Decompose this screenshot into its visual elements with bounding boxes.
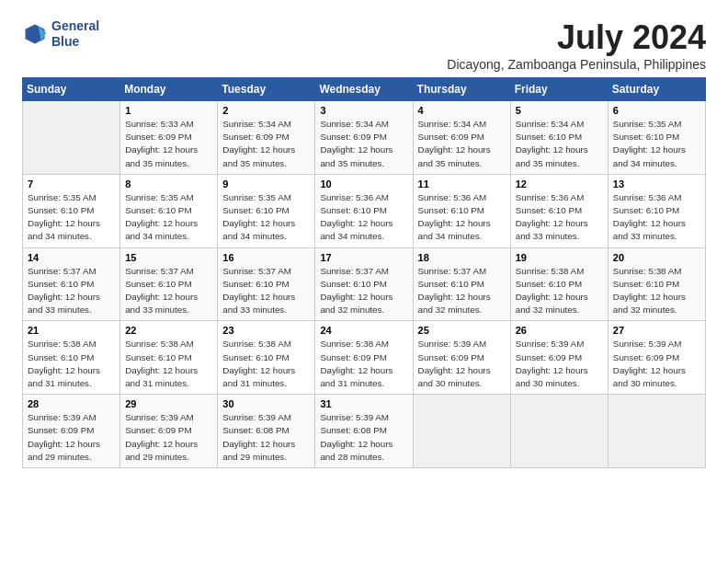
calendar-cell: 31Sunrise: 5:39 AMSunset: 6:08 PMDayligh… <box>315 395 413 468</box>
day-info: Sunrise: 5:39 AMSunset: 6:09 PMDaylight:… <box>516 338 603 390</box>
day-number: 19 <box>516 252 603 263</box>
logo-icon <box>22 21 48 47</box>
day-number: 28 <box>28 398 115 409</box>
header: General Blue July 2024 Dicayong, Zamboan… <box>22 18 706 72</box>
logo: General Blue <box>22 18 99 50</box>
day-number: 7 <box>28 178 115 190</box>
day-info: Sunrise: 5:35 AMSunset: 6:10 PMDaylight:… <box>613 118 700 170</box>
weekday-header: Saturday <box>608 78 705 101</box>
calendar-cell: 6Sunrise: 5:35 AMSunset: 6:10 PMDaylight… <box>608 101 705 175</box>
day-number: 11 <box>418 178 506 190</box>
day-info: Sunrise: 5:37 AMSunset: 6:10 PMDaylight:… <box>222 265 310 317</box>
calendar-cell: 8Sunrise: 5:35 AMSunset: 6:10 PMDaylight… <box>120 174 218 247</box>
month-year: July 2024 <box>447 18 706 57</box>
day-number: 22 <box>125 325 212 336</box>
day-number: 15 <box>125 252 212 263</box>
calendar-cell: 14Sunrise: 5:37 AMSunset: 6:10 PMDayligh… <box>23 247 120 321</box>
calendar-cell: 28Sunrise: 5:39 AMSunset: 6:09 PMDayligh… <box>23 395 120 468</box>
day-info: Sunrise: 5:38 AMSunset: 6:10 PMDaylight:… <box>516 265 603 317</box>
day-number: 25 <box>418 325 506 336</box>
weekday-header: Tuesday <box>218 78 315 101</box>
day-number: 26 <box>516 325 603 336</box>
weekday-header-row: SundayMondayTuesdayWednesdayThursdayFrid… <box>23 78 706 101</box>
calendar-cell <box>23 101 120 175</box>
day-info: Sunrise: 5:36 AMSunset: 6:10 PMDaylight:… <box>516 191 603 244</box>
weekday-header: Wednesday <box>315 78 413 101</box>
calendar-cell: 16Sunrise: 5:37 AMSunset: 6:10 PMDayligh… <box>218 247 315 321</box>
calendar-cell: 24Sunrise: 5:38 AMSunset: 6:09 PMDayligh… <box>315 321 413 395</box>
calendar-row: 1Sunrise: 5:33 AMSunset: 6:09 PMDaylight… <box>23 101 706 175</box>
day-info: Sunrise: 5:34 AMSunset: 6:09 PMDaylight:… <box>320 118 407 170</box>
calendar-row: 7Sunrise: 5:35 AMSunset: 6:10 PMDaylight… <box>23 174 706 247</box>
calendar-cell: 19Sunrise: 5:38 AMSunset: 6:10 PMDayligh… <box>510 247 608 321</box>
day-number: 1 <box>125 105 212 116</box>
calendar-cell: 30Sunrise: 5:39 AMSunset: 6:08 PMDayligh… <box>218 395 315 468</box>
day-info: Sunrise: 5:39 AMSunset: 6:09 PMDaylight:… <box>418 338 506 390</box>
day-info: Sunrise: 5:39 AMSunset: 6:08 PMDaylight:… <box>320 411 407 464</box>
day-info: Sunrise: 5:35 AMSunset: 6:10 PMDaylight:… <box>125 191 212 244</box>
weekday-header: Sunday <box>23 78 120 101</box>
calendar-cell: 10Sunrise: 5:36 AMSunset: 6:10 PMDayligh… <box>315 174 413 247</box>
calendar-cell: 26Sunrise: 5:39 AMSunset: 6:09 PMDayligh… <box>510 321 608 395</box>
day-info: Sunrise: 5:35 AMSunset: 6:10 PMDaylight:… <box>28 191 115 244</box>
calendar-cell <box>510 395 608 468</box>
day-number: 3 <box>320 105 407 116</box>
calendar-cell: 9Sunrise: 5:35 AMSunset: 6:10 PMDaylight… <box>218 174 315 247</box>
day-info: Sunrise: 5:37 AMSunset: 6:10 PMDaylight:… <box>418 265 506 317</box>
day-number: 8 <box>125 178 212 190</box>
weekday-header: Monday <box>120 78 218 101</box>
day-number: 31 <box>320 398 407 409</box>
day-info: Sunrise: 5:34 AMSunset: 6:09 PMDaylight:… <box>222 118 310 170</box>
calendar-cell: 29Sunrise: 5:39 AMSunset: 6:09 PMDayligh… <box>120 395 218 468</box>
day-info: Sunrise: 5:37 AMSunset: 6:10 PMDaylight:… <box>28 265 115 317</box>
day-number: 23 <box>222 325 310 336</box>
calendar-cell: 15Sunrise: 5:37 AMSunset: 6:10 PMDayligh… <box>120 247 218 321</box>
weekday-header: Thursday <box>413 78 510 101</box>
day-info: Sunrise: 5:39 AMSunset: 6:09 PMDaylight:… <box>125 411 212 464</box>
calendar-cell: 5Sunrise: 5:34 AMSunset: 6:10 PMDaylight… <box>510 101 608 175</box>
day-number: 27 <box>613 325 700 336</box>
day-info: Sunrise: 5:39 AMSunset: 6:08 PMDaylight:… <box>222 411 310 464</box>
day-number: 10 <box>320 178 407 190</box>
calendar-row: 28Sunrise: 5:39 AMSunset: 6:09 PMDayligh… <box>23 395 706 468</box>
calendar-cell: 2Sunrise: 5:34 AMSunset: 6:09 PMDaylight… <box>218 101 315 175</box>
calendar-cell: 23Sunrise: 5:38 AMSunset: 6:10 PMDayligh… <box>218 321 315 395</box>
day-info: Sunrise: 5:36 AMSunset: 6:10 PMDaylight:… <box>320 191 407 244</box>
calendar-cell: 11Sunrise: 5:36 AMSunset: 6:10 PMDayligh… <box>413 174 510 247</box>
calendar-cell: 20Sunrise: 5:38 AMSunset: 6:10 PMDayligh… <box>608 247 705 321</box>
day-number: 4 <box>418 105 506 116</box>
day-number: 14 <box>28 252 115 263</box>
calendar-cell: 18Sunrise: 5:37 AMSunset: 6:10 PMDayligh… <box>413 247 510 321</box>
day-info: Sunrise: 5:37 AMSunset: 6:10 PMDaylight:… <box>125 265 212 317</box>
day-number: 12 <box>516 178 603 190</box>
calendar-cell: 21Sunrise: 5:38 AMSunset: 6:10 PMDayligh… <box>23 321 120 395</box>
day-number: 9 <box>222 178 310 190</box>
day-number: 24 <box>320 325 407 336</box>
day-info: Sunrise: 5:36 AMSunset: 6:10 PMDaylight:… <box>418 191 506 244</box>
calendar-cell: 4Sunrise: 5:34 AMSunset: 6:09 PMDaylight… <box>413 101 510 175</box>
day-number: 18 <box>418 252 506 263</box>
calendar-cell: 13Sunrise: 5:36 AMSunset: 6:10 PMDayligh… <box>608 174 705 247</box>
calendar-cell: 3Sunrise: 5:34 AMSunset: 6:09 PMDaylight… <box>315 101 413 175</box>
day-number: 16 <box>222 252 310 263</box>
calendar-cell: 7Sunrise: 5:35 AMSunset: 6:10 PMDaylight… <box>23 174 120 247</box>
calendar-cell: 1Sunrise: 5:33 AMSunset: 6:09 PMDaylight… <box>120 101 218 175</box>
day-number: 17 <box>320 252 407 263</box>
calendar-row: 14Sunrise: 5:37 AMSunset: 6:10 PMDayligh… <box>23 247 706 321</box>
calendar-cell: 12Sunrise: 5:36 AMSunset: 6:10 PMDayligh… <box>510 174 608 247</box>
day-info: Sunrise: 5:38 AMSunset: 6:09 PMDaylight:… <box>320 338 407 390</box>
weekday-header: Friday <box>510 78 608 101</box>
calendar-cell <box>608 395 705 468</box>
calendar-cell: 22Sunrise: 5:38 AMSunset: 6:10 PMDayligh… <box>120 321 218 395</box>
day-info: Sunrise: 5:39 AMSunset: 6:09 PMDaylight:… <box>28 411 115 464</box>
day-number: 2 <box>222 105 310 116</box>
calendar-row: 21Sunrise: 5:38 AMSunset: 6:10 PMDayligh… <box>23 321 706 395</box>
day-info: Sunrise: 5:38 AMSunset: 6:10 PMDaylight:… <box>613 265 700 317</box>
day-number: 13 <box>613 178 700 190</box>
day-info: Sunrise: 5:34 AMSunset: 6:10 PMDaylight:… <box>516 118 603 170</box>
calendar-table: SundayMondayTuesdayWednesdayThursdayFrid… <box>22 77 706 468</box>
day-info: Sunrise: 5:35 AMSunset: 6:10 PMDaylight:… <box>222 191 310 244</box>
day-info: Sunrise: 5:38 AMSunset: 6:10 PMDaylight:… <box>28 338 115 390</box>
day-number: 30 <box>222 398 310 409</box>
title-block: July 2024 Dicayong, Zamboanga Peninsula,… <box>447 18 706 72</box>
